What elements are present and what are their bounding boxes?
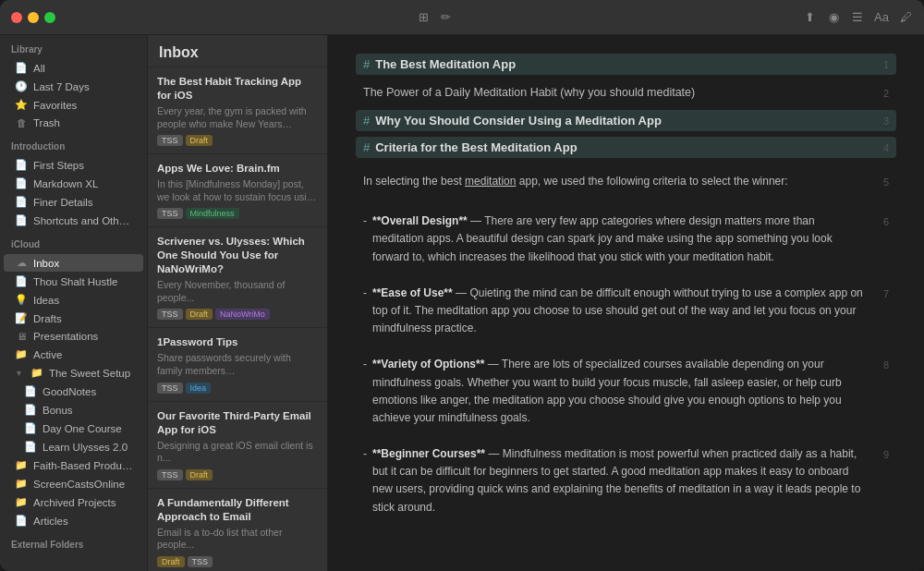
article-item-brainfm[interactable]: Apps We Love: Brain.fm In this [Mindfuln… xyxy=(148,154,327,227)
close-button[interactable] xyxy=(11,12,22,23)
article-tags-habittracking: TSS Draft xyxy=(157,135,318,146)
title-bar: ⊞ ✏ ⬆ ◉ ☰ Aa 🖊 xyxy=(0,0,924,35)
sidebar-item-trash[interactable]: 🗑 Trash xyxy=(4,115,143,131)
bullet-4: - **Beginner Courses** — Mindfulness med… xyxy=(363,445,863,516)
article-item-habittracking[interactable]: The Best Habit Tracking App for iOS Ever… xyxy=(148,67,327,154)
article-preview-fundamentally: Email is a to-do list that other people.… xyxy=(157,527,318,552)
compose-icon[interactable]: ✏ xyxy=(438,10,453,25)
sidebar-item-bonus-label: Bonus xyxy=(43,405,73,416)
tag-idea-1password: Idea xyxy=(186,383,212,394)
tag-draft-scrivener: Draft xyxy=(186,309,213,320)
doc-heading-4: Criteria for the Best Meditation App xyxy=(375,140,870,154)
sidebar: Library 📄 All 🕐 Last 7 Days ⭐ Favorites … xyxy=(0,35,148,571)
profile-icon[interactable]: ◉ xyxy=(826,10,841,25)
sidebar-item-learnulysses[interactable]: 📄 Learn Ulysses 2.0 xyxy=(4,438,143,456)
sidebar-toggle-icon[interactable]: ⊞ xyxy=(416,10,431,25)
content-body: In selecting the best meditation app, we… xyxy=(356,164,896,544)
article-tags-fundamentally: Draft TSS xyxy=(157,556,318,567)
sidebar-item-favorites[interactable]: ⭐ Favorites xyxy=(4,96,143,114)
sidebar-item-dayonecourse[interactable]: 📄 Day One Course xyxy=(4,419,143,437)
article-tags-brainfm: TSS Mindfulness xyxy=(157,208,318,219)
bold-ease: **Ease of Use** xyxy=(372,286,453,299)
doc-row-num-1: 1 xyxy=(870,57,889,70)
bold-beginner: **Beginner Courses** xyxy=(372,447,485,460)
h2-marker-4: # xyxy=(363,140,370,154)
article-tags-1password: TSS Idea xyxy=(157,383,318,394)
externalfolders-section-label: External Folders xyxy=(0,530,147,553)
clock-icon: 🕐 xyxy=(15,80,28,92)
drafts-icon: 📝 xyxy=(15,312,28,324)
article-title-emailapp: Our Favorite Third-Party Email App for i… xyxy=(157,409,318,437)
sidebar-item-last7days[interactable]: 🕐 Last 7 Days xyxy=(4,78,143,95)
doc-icon-ulysses: 📄 xyxy=(24,441,37,453)
doc-icon-dayone: 📄 xyxy=(24,422,37,434)
pen-icon[interactable]: 🖊 xyxy=(898,10,913,25)
article-tags-scrivener: TSS Draft NaNoWriMo xyxy=(157,309,318,320)
icloud-section-label: iCloud xyxy=(0,230,147,253)
sidebar-item-all[interactable]: 📄 All xyxy=(4,59,143,77)
bullet-4-text: **Beginner Courses** — Mindfulness medit… xyxy=(372,445,863,516)
tag-tss-brainfm: TSS xyxy=(157,208,183,219)
sidebar-item-finerdetails[interactable]: 📄 Finer Details xyxy=(4,193,143,211)
folder-icon-sco: 📁 xyxy=(15,478,28,490)
sidebar-item-dayonecourse-label: Day One Course xyxy=(43,423,122,434)
article-item-fundamentally[interactable]: A Fundamentally Different Approach to Em… xyxy=(148,489,327,571)
folder-icon-archive: 📁 xyxy=(15,496,28,508)
sidebar-item-articles-label: Articles xyxy=(33,516,68,527)
sidebar-item-goodnotes[interactable]: 📄 GoodNotes xyxy=(4,383,143,400)
introduction-section-label: Introduction xyxy=(0,132,147,155)
sidebar-item-markdownxl[interactable]: 📄 Markdown XL xyxy=(4,175,143,192)
tag-mindfulness: Mindfulness xyxy=(186,208,239,219)
doc-row-num-4: 4 xyxy=(870,140,889,153)
doc-icon-bonus: 📄 xyxy=(24,404,37,416)
sidebar-item-thesweetsetup-label: The Sweet Setup xyxy=(49,368,130,379)
intro-text: In selecting the best meditation app, we… xyxy=(363,173,863,190)
tag-tss-scrivener: TSS xyxy=(157,309,183,320)
sidebar-item-articles[interactable]: 📄 Articles xyxy=(4,512,143,529)
library-section-label: Library xyxy=(0,35,147,58)
sidebar-item-thous[interactable]: 📄 Thou Shalt Hustle xyxy=(4,273,143,290)
h2-marker-1: # xyxy=(363,57,370,71)
title-bar-right: ⬆ ◉ ☰ Aa 🖊 xyxy=(802,10,913,25)
doc-icon-finer: 📄 xyxy=(15,196,28,208)
doc-row-h2: The Power of a Daily Meditation Habit (w… xyxy=(356,80,896,104)
article-list-header: Inbox xyxy=(148,35,327,67)
sidebar-item-bonus[interactable]: 📄 Bonus xyxy=(4,401,143,419)
text-icon[interactable]: Aa xyxy=(874,10,889,25)
minimize-button[interactable] xyxy=(28,12,39,23)
bullet-2-num: 7 xyxy=(870,285,889,303)
window-controls xyxy=(11,12,55,23)
sidebar-item-faithbased[interactable]: 📁 Faith-Based Productivity xyxy=(4,456,143,474)
sidebar-item-thesweetsetup[interactable]: ▼ 📁 The Sweet Setup xyxy=(4,364,143,382)
sidebar-item-shortcuts[interactable]: 📄 Shortcuts and Other Tips xyxy=(4,212,143,229)
bullet-3: - **Variety of Options** — There are lot… xyxy=(363,356,863,427)
sidebar-item-active[interactable]: 📁 Active xyxy=(4,346,143,363)
intro-num: 5 xyxy=(870,173,889,191)
presentations-icon: 🖥 xyxy=(15,331,28,342)
bullet-1-text: **Overall Design** — There are very few … xyxy=(372,213,863,266)
sidebar-item-screencastsonline[interactable]: 📁 ScreenCastsOnline xyxy=(4,475,143,492)
sidebar-item-firststeps[interactable]: 📄 First Steps xyxy=(4,156,143,174)
article-item-1password[interactable]: 1Password Tips Share passwords securely … xyxy=(148,328,327,401)
underline-meditation: meditation xyxy=(465,175,516,188)
folder-icon-active: 📁 xyxy=(15,348,28,360)
list-icon[interactable]: ☰ xyxy=(850,10,865,25)
bullet-1: - **Overall Design** — There are very fe… xyxy=(363,213,863,266)
article-preview-1password: Share passwords securely with family mem… xyxy=(157,352,318,377)
sidebar-item-presentations[interactable]: 🖥 Presentations xyxy=(4,328,143,345)
sidebar-item-last7days-label: Last 7 Days xyxy=(33,81,90,92)
share-icon[interactable]: ⬆ xyxy=(802,10,817,25)
trash-icon: 🗑 xyxy=(15,117,28,128)
doc-icon-thous: 📄 xyxy=(15,275,28,287)
sidebar-item-drafts[interactable]: 📝 Drafts xyxy=(4,310,143,327)
sidebar-item-archivedprojects[interactable]: 📁 Archived Projects xyxy=(4,493,143,511)
content-panel[interactable]: # The Best Meditation App 1 The Power of… xyxy=(328,35,924,571)
article-title-scrivener: Scrivener vs. Ulysses: Which One Should … xyxy=(157,235,318,276)
maximize-button[interactable] xyxy=(44,12,55,23)
tag-tss-1password: TSS xyxy=(157,383,183,394)
sidebar-item-ideas[interactable]: 💡 Ideas xyxy=(4,291,143,309)
dash-1: - xyxy=(363,213,367,266)
sidebar-item-inbox[interactable]: ☁ Inbox xyxy=(4,254,143,272)
article-item-emailapp[interactable]: Our Favorite Third-Party Email App for i… xyxy=(148,402,327,489)
article-item-scrivener[interactable]: Scrivener vs. Ulysses: Which One Should … xyxy=(148,227,327,328)
